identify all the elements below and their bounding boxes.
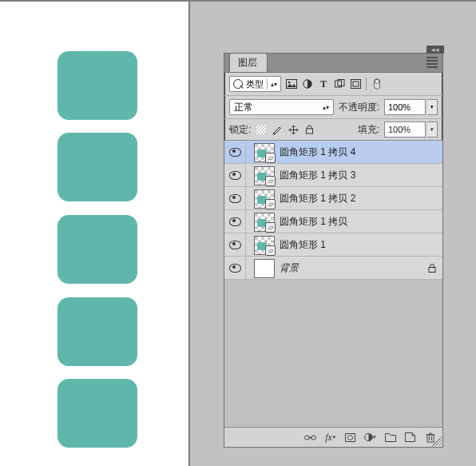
panel-collapse-left[interactable]: ◂◂ <box>431 46 439 54</box>
opacity-label: 不透明度: <box>339 101 379 114</box>
blend-row: 正常 ▴▾ 不透明度: 100% ▾ <box>224 96 442 119</box>
newlayer-icon[interactable] <box>404 432 416 444</box>
search-icon <box>233 79 243 89</box>
panel-tab-bar: 图层 <box>224 54 442 73</box>
shapelayer-badge-icon: ▱ <box>265 245 276 256</box>
svg-rect-8 <box>375 80 379 84</box>
canvas-border <box>188 2 190 466</box>
visibility-toggle[interactable] <box>224 141 246 163</box>
lock-transparent-icon[interactable] <box>256 124 267 135</box>
layer-name[interactable]: 背景 <box>280 261 299 275</box>
canvas-shape-4[interactable] <box>58 297 137 366</box>
eye-icon <box>229 171 241 180</box>
opacity-input[interactable]: 100% <box>384 99 426 115</box>
layer-row[interactable]: ▱ 圆角矩形 1 <box>224 233 442 257</box>
lock-icon <box>428 264 436 273</box>
layer-list-empty[interactable] <box>224 280 442 427</box>
group-icon[interactable] <box>384 432 396 444</box>
filter-shape-icon[interactable] <box>334 78 345 90</box>
svg-point-1 <box>288 82 291 84</box>
fill-input[interactable]: 100% <box>384 121 426 137</box>
layer-row[interactable]: ▱ 圆角矩形 1 拷贝 <box>224 210 442 233</box>
filter-toggle-icon[interactable] <box>371 78 383 90</box>
layer-thumb[interactable] <box>254 259 273 277</box>
layer-name[interactable]: 圆角矩形 1 拷贝 <box>280 215 347 229</box>
canvas-shape-5[interactable] <box>58 379 137 448</box>
blend-mode-arrows: ▴▾ <box>323 105 329 110</box>
shapelayer-badge-icon: ▱ <box>265 222 276 233</box>
lock-row: 锁定: 填充: 100% ▾ <box>224 119 442 141</box>
layer-thumb[interactable]: ▱ <box>254 166 273 184</box>
eye-icon <box>229 194 241 203</box>
eye-icon <box>229 148 241 157</box>
svg-rect-15 <box>429 267 435 272</box>
opacity-value: 100% <box>388 102 411 112</box>
canvas-shape-2[interactable] <box>58 133 137 201</box>
filter-type-text-icon[interactable]: T <box>318 78 329 90</box>
tab-layers-label: 图层 <box>238 57 257 68</box>
layer-name[interactable]: 圆角矩形 1 <box>280 238 326 252</box>
visibility-toggle[interactable] <box>224 233 246 256</box>
fx-icon[interactable]: fx▾ <box>324 432 336 444</box>
eye-icon <box>229 264 241 273</box>
blend-mode-value: 正常 <box>234 101 253 114</box>
filter-adjust-icon[interactable] <box>302 78 313 90</box>
eye-icon <box>229 217 241 226</box>
svg-rect-6 <box>353 82 359 86</box>
layer-thumb[interactable]: ▱ <box>254 236 273 253</box>
layers-list: ▱ 圆角矩形 1 拷贝 4 ▱ 圆角矩形 1 拷贝 3 ▱ 圆角矩形 1 拷贝 … <box>224 141 442 427</box>
panel-menu-icon[interactable] <box>426 57 438 68</box>
filter-type-arrows: ▴▾ <box>271 82 277 87</box>
eye-icon <box>229 241 241 249</box>
layer-row[interactable]: ▱ 圆角矩形 1 拷贝 3 <box>224 164 442 187</box>
opacity-drop[interactable]: ▾ <box>427 99 438 115</box>
link-icon[interactable] <box>304 432 316 444</box>
shapelayer-badge-icon: ▱ <box>265 153 276 163</box>
layer-thumb[interactable]: ▱ <box>254 189 273 207</box>
layer-row[interactable]: ▱ 圆角矩形 1 拷贝 2 <box>224 187 442 210</box>
fill-drop[interactable]: ▾ <box>427 121 438 137</box>
fill-control[interactable]: 100% ▾ <box>384 121 438 137</box>
layer-name[interactable]: 圆角矩形 1 拷贝 2 <box>280 192 355 205</box>
svg-rect-14 <box>306 129 312 133</box>
resize-grip[interactable] <box>432 436 442 446</box>
filter-smartobj-icon[interactable] <box>350 78 361 90</box>
layer-name[interactable]: 圆角矩形 1 拷贝 3 <box>280 169 355 182</box>
lock-paint-icon[interactable] <box>272 124 283 135</box>
visibility-toggle[interactable] <box>224 187 246 209</box>
lock-label: 锁定: <box>229 123 251 137</box>
separator <box>267 78 268 90</box>
panel-collapse-btns[interactable]: ◂◂ <box>426 46 444 54</box>
fill-arrow: ▾ <box>430 126 434 133</box>
mask-icon[interactable] <box>344 432 356 444</box>
divider <box>366 78 367 90</box>
layer-row-background[interactable]: 背景 <box>224 257 442 280</box>
canvas[interactable] <box>0 2 190 466</box>
lock-all-icon[interactable] <box>303 124 315 135</box>
lock-move-icon[interactable] <box>288 124 299 135</box>
panel-footer: fx▾ ▾ <box>224 427 442 447</box>
layer-thumb[interactable]: ▱ <box>254 213 273 230</box>
visibility-toggle[interactable] <box>224 164 246 186</box>
layer-name[interactable]: 圆角矩形 1 拷贝 4 <box>280 145 355 159</box>
filter-row: 类型 ▴▾ T <box>224 73 442 96</box>
tab-layers[interactable]: 图层 <box>229 53 268 72</box>
layers-panel: ◂◂ 图层 类型 ▴▾ T 正常 <box>224 53 443 448</box>
adjustlayer-icon[interactable]: ▾ <box>364 432 376 444</box>
visibility-toggle[interactable] <box>224 210 246 233</box>
layer-thumb[interactable]: ▱ <box>254 143 273 161</box>
filter-type-select[interactable]: 类型 ▴▾ <box>229 76 281 92</box>
blend-mode-select[interactable]: 正常 ▴▾ <box>229 99 334 115</box>
shapelayer-badge-icon: ▱ <box>265 176 276 186</box>
svg-point-20 <box>348 435 353 440</box>
svg-rect-9 <box>256 125 266 134</box>
layer-row[interactable]: ▱ 圆角矩形 1 拷贝 4 <box>224 141 442 164</box>
fill-value: 100% <box>388 125 411 134</box>
canvas-shape-3[interactable] <box>58 215 137 284</box>
canvas-shape-1[interactable] <box>58 51 137 120</box>
opacity-arrow: ▾ <box>430 104 434 110</box>
visibility-toggle[interactable] <box>224 257 246 279</box>
opacity-control[interactable]: 100% ▾ <box>384 99 438 115</box>
filter-image-icon[interactable] <box>286 78 297 90</box>
shapelayer-badge-icon: ▱ <box>265 199 276 209</box>
